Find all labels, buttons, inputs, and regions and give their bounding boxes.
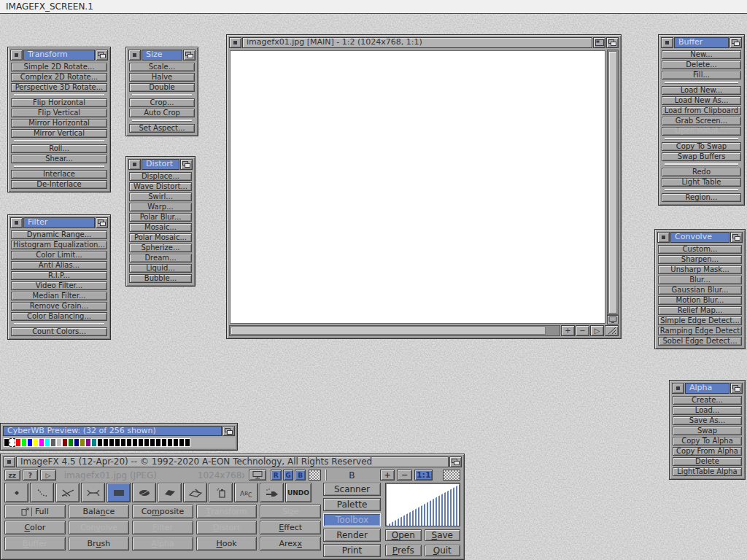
palette-swatch[interactable] bbox=[185, 438, 190, 447]
window-title[interactable]: Filter bbox=[23, 217, 95, 228]
print-button[interactable]: Print bbox=[323, 544, 381, 557]
depth-icon[interactable] bbox=[449, 456, 462, 467]
open-button[interactable]: Open bbox=[385, 529, 422, 541]
window-title[interactable]: Distort bbox=[142, 159, 179, 170]
window-title[interactable]: ImageFX 4.5 (12-Apr-20) -- © 1992-2020 A… bbox=[16, 456, 449, 467]
menu-button[interactable]: Load from Clipboard bbox=[662, 106, 741, 115]
balance-button[interactable]: Balance bbox=[69, 505, 130, 518]
menu-button[interactable]: Load... bbox=[673, 406, 742, 415]
menu-button[interactable]: Gaussian Blur... bbox=[658, 286, 742, 295]
close-icon[interactable] bbox=[10, 217, 23, 228]
menu-button[interactable]: Light Table bbox=[662, 178, 741, 187]
window-title[interactable]: Buffer bbox=[674, 37, 729, 48]
menu-button[interactable]: De-Interlace bbox=[11, 180, 107, 189]
menu-button[interactable]: Count Colors... bbox=[11, 327, 107, 336]
menu-button[interactable]: Median Filter... bbox=[11, 292, 107, 300]
fill-tool-icon[interactable] bbox=[183, 483, 207, 502]
play-button[interactable]: ▷ bbox=[590, 325, 604, 336]
depth-icon[interactable] bbox=[96, 217, 108, 228]
menu-button[interactable]: Anti Alias... bbox=[11, 261, 107, 270]
render-button[interactable]: Render bbox=[323, 529, 381, 542]
effect-button[interactable]: Effect bbox=[260, 521, 321, 534]
depth-icon[interactable] bbox=[180, 159, 193, 170]
menu-button[interactable]: Displace... bbox=[129, 172, 192, 181]
menu-button[interactable]: Ramping Edge Detect bbox=[658, 327, 742, 335]
menu-button[interactable]: Load New... bbox=[662, 86, 741, 95]
horizontal-scrollbar[interactable] bbox=[229, 325, 560, 336]
menu-button[interactable]: Swirl... bbox=[129, 192, 192, 201]
close-icon[interactable] bbox=[128, 50, 141, 61]
menu-button[interactable]: Swap bbox=[673, 427, 742, 435]
menu-button[interactable]: Shear... bbox=[11, 155, 107, 163]
depth-icon[interactable] bbox=[730, 383, 743, 394]
palette-swatch[interactable] bbox=[80, 438, 85, 447]
freehand-tool-icon[interactable] bbox=[30, 483, 54, 502]
palette-button[interactable]: Palette bbox=[323, 498, 381, 511]
palette-swatch[interactable] bbox=[27, 438, 33, 447]
arexx-button[interactable]: Arexx bbox=[260, 537, 321, 551]
menu-button[interactable]: Dream... bbox=[129, 254, 192, 262]
menu-button[interactable]: Custom... bbox=[658, 245, 742, 254]
zoom-out-button[interactable]: − bbox=[576, 325, 589, 336]
menu-button[interactable]: Copy To Alpha bbox=[673, 437, 742, 446]
menu-button[interactable]: Swap Buffers bbox=[662, 152, 741, 161]
brush-button[interactable]: Brush bbox=[69, 537, 130, 551]
palette-swatch[interactable] bbox=[62, 438, 68, 447]
menu-button[interactable]: Relief Map... bbox=[658, 306, 742, 315]
window-title[interactable]: Convolve bbox=[670, 232, 729, 243]
menu-button[interactable]: Mirror Horizontal bbox=[11, 119, 107, 128]
green-channel-button[interactable]: G bbox=[283, 470, 294, 481]
window-title[interactable]: Size bbox=[142, 50, 182, 61]
palette-swatch[interactable] bbox=[4, 438, 9, 447]
menu-button[interactable]: Motion Blur... bbox=[658, 296, 742, 305]
menu-button[interactable]: Delete... bbox=[662, 61, 741, 69]
depth-icon[interactable] bbox=[606, 37, 619, 48]
menu-button[interactable]: Complex 2D Rotate... bbox=[11, 73, 107, 82]
save-button[interactable]: Save bbox=[425, 529, 461, 541]
palette-swatch[interactable] bbox=[50, 438, 56, 447]
horizontal-scrollbar-thumb[interactable] bbox=[231, 327, 546, 335]
palette-swatch[interactable] bbox=[85, 438, 91, 447]
menu-button[interactable]: Roll... bbox=[11, 144, 107, 153]
menu-button[interactable]: Redo bbox=[662, 168, 741, 176]
zoom-1to1-button[interactable]: 1:1 bbox=[414, 470, 433, 481]
menu-button[interactable]: Spherize... bbox=[129, 244, 192, 252]
palette-swatch[interactable] bbox=[138, 438, 144, 447]
text-tool-icon[interactable]: ABC bbox=[234, 483, 258, 502]
screen-titlebar[interactable]: IMAGEFX_SCREEN.1 bbox=[0, 0, 747, 14]
pattern-button[interactable] bbox=[443, 470, 460, 481]
menu-button[interactable]: Load New As... bbox=[662, 96, 741, 105]
menu-button[interactable]: Delete bbox=[673, 457, 742, 466]
menu-button[interactable]: Flip Vertical bbox=[11, 109, 107, 117]
line-tool-icon[interactable] bbox=[55, 483, 80, 502]
palette-swatch[interactable] bbox=[97, 438, 103, 447]
palette-swatch[interactable] bbox=[91, 438, 97, 447]
menu-button[interactable]: Dynamic Range... bbox=[11, 230, 107, 239]
palette-swatch[interactable] bbox=[120, 438, 126, 447]
menu-button[interactable]: Auto Crop bbox=[129, 109, 195, 117]
full-button[interactable]: Full bbox=[4, 505, 66, 518]
menu-button[interactable]: Copy From Alpha bbox=[673, 447, 742, 456]
menu-button[interactable]: Set Aspect... bbox=[129, 124, 195, 133]
menu-button[interactable]: Halve bbox=[129, 73, 195, 82]
palette-swatch[interactable] bbox=[132, 438, 138, 447]
window-title[interactable]: imagefx01.jpg [MAIN] - 1:2 (1024x768, 1:… bbox=[242, 37, 592, 48]
vertical-scrollbar-thumb[interactable] bbox=[608, 51, 617, 314]
prefs-button[interactable]: Prefs bbox=[385, 545, 422, 556]
resize-handle-icon[interactable] bbox=[605, 325, 619, 336]
palette-swatch[interactable] bbox=[39, 438, 44, 447]
polygon-tool-icon[interactable] bbox=[158, 483, 182, 502]
screen-mode-button[interactable] bbox=[249, 470, 266, 481]
color-button[interactable]: Color bbox=[4, 521, 66, 534]
close-icon[interactable] bbox=[657, 232, 670, 243]
red-channel-button[interactable]: R bbox=[271, 470, 282, 481]
palette-swatch[interactable] bbox=[144, 438, 150, 447]
undo-button[interactable]: UNDO bbox=[285, 483, 311, 502]
toolbox-button[interactable]: Toolbox bbox=[323, 513, 381, 526]
menu-button[interactable]: Polar Blur... bbox=[129, 213, 192, 222]
menu-button[interactable]: Create... bbox=[673, 396, 742, 405]
menu-button[interactable]: Sharpen... bbox=[658, 255, 742, 264]
menu-button[interactable]: Polar Mosaic... bbox=[129, 233, 192, 242]
palette-swatch[interactable] bbox=[150, 438, 155, 447]
palette-swatch[interactable] bbox=[126, 438, 132, 447]
